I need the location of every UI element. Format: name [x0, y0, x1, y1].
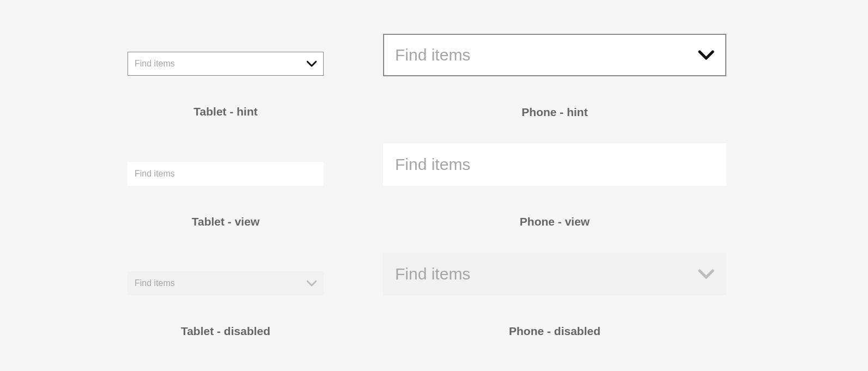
caption-phone-view: Phone - view: [520, 215, 590, 228]
group-tablet-hint: Find items Tablet - hint: [128, 52, 324, 118]
group-tablet-view: Find items Tablet - view: [128, 162, 324, 228]
caption-phone-hint: Phone - hint: [521, 106, 587, 119]
caption-tablet-view: Tablet - view: [192, 215, 259, 228]
placeholder-text: Find items: [395, 266, 470, 282]
combobox-phone-disabled: Find items: [383, 253, 726, 295]
group-tablet-disabled: Find items Tablet - disabled: [128, 271, 324, 338]
combobox-phone-view[interactable]: Find items: [383, 143, 726, 186]
combobox-tablet-hint[interactable]: Find items: [128, 52, 324, 76]
chevron-down-icon: [307, 280, 317, 287]
combobox-phone-hint[interactable]: Find items: [383, 34, 726, 76]
caption-tablet-hint: Tablet - hint: [193, 105, 257, 118]
combobox-tablet-disabled: Find items: [128, 271, 324, 295]
group-phone-view: Find items Phone - view: [383, 143, 726, 228]
group-phone-disabled: Find items Phone - disabled: [383, 253, 726, 338]
caption-tablet-disabled: Tablet - disabled: [181, 325, 270, 338]
caption-phone-disabled: Phone - disabled: [509, 325, 600, 338]
placeholder-text: Find items: [395, 156, 470, 173]
placeholder-text: Find items: [135, 59, 175, 68]
chevron-down-icon: [307, 60, 317, 67]
placeholder-text: Find items: [135, 169, 175, 178]
group-phone-hint: Find items Phone - hint: [383, 34, 726, 119]
placeholder-text: Find items: [395, 47, 470, 63]
combobox-tablet-view[interactable]: Find items: [128, 162, 324, 186]
chevron-down-icon: [698, 50, 714, 60]
placeholder-text: Find items: [135, 279, 175, 288]
chevron-down-icon: [698, 269, 714, 279]
